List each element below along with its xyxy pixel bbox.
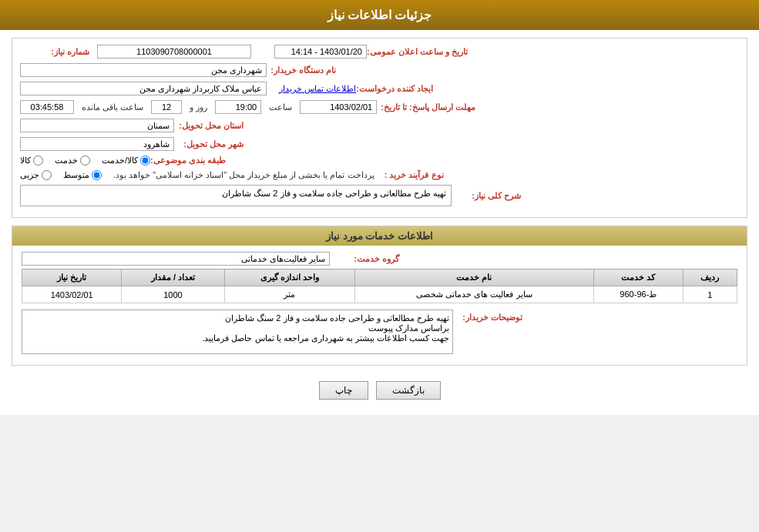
button-row: بازگشت چاپ — [12, 373, 747, 407]
announce-date-input[interactable] — [274, 45, 367, 59]
page-wrapper: جزئیات اطلاعات نیاز تاریخ و ساعت اعلان ع… — [0, 0, 759, 415]
city-label: شهر محل تحویل: — [174, 139, 243, 149]
radio-islami: پرداخت تمام یا بخشی از مبلغ خریداز محل "… — [113, 170, 374, 180]
deadline-time-label: ساعت — [269, 102, 292, 112]
col-header-code: کد خدمت — [593, 269, 683, 286]
form-grid: تاریخ و ساعت اعلان عمومی: شماره نیاز: نا… — [12, 38, 747, 217]
services-inner: گروه خدمت: ردیف کد خدمت نام خدمت واحد ان… — [12, 246, 747, 365]
cell-quantity: 1000 — [122, 286, 224, 303]
cell-service-code: ط-96-960 — [593, 286, 683, 303]
cell-unit: متر — [224, 286, 354, 303]
city-input[interactable] — [20, 137, 174, 151]
category-radio-group: کالا/خدمت خدمت کالا — [20, 156, 150, 166]
deadline-remain-label: ساعت باقی مانده — [82, 102, 143, 112]
buyer-notes-label: توضیحات خریدار: — [453, 313, 522, 323]
requester-label: ایجاد کننده درخواست: — [356, 84, 433, 94]
requester-row: ایجاد کننده درخواست: اطلاعات تماس خریدار — [20, 82, 739, 95]
city-row: شهر محل تحویل: — [20, 137, 739, 151]
description-value: تهیه طرح مطالعاتی و طراحی جاده سلامت و ف… — [20, 185, 452, 206]
buyer-org-input[interactable] — [20, 63, 267, 77]
col-header-row: ردیف — [683, 269, 737, 286]
services-table: ردیف کد خدمت نام خدمت واحد اندازه گیری ت… — [22, 269, 737, 303]
province-input[interactable] — [20, 119, 174, 132]
order-announce-row: تاریخ و ساعت اعلان عمومی: شماره نیاز: — [20, 45, 739, 59]
deadline-day-label: روز و — [190, 102, 207, 112]
notes-row: توضیحات خریدار: تهیه طرح مطالعاتی و طراح… — [22, 309, 737, 354]
col-header-unit: واحد اندازه گیری — [224, 269, 354, 286]
radio-kala[interactable]: کالا — [20, 156, 43, 166]
buyer-org-row: نام دستگاه خریدار: — [20, 63, 739, 77]
services-section-title: اطلاعات خدمات مورد نیاز — [12, 226, 747, 246]
order-number-label: شماره نیاز: — [20, 47, 89, 57]
process-label: نوع فرآیند خرید : — [374, 170, 444, 180]
col-header-name: نام خدمت — [354, 269, 593, 286]
category-row: طبقه بندی موضوعی: کالا/خدمت خدمت کالا — [20, 156, 739, 166]
process-radio-group: پرداخت تمام یا بخشی از مبلغ خریداز محل "… — [20, 170, 374, 180]
service-group-input[interactable] — [22, 252, 330, 266]
deadline-row: مهلت ارسال پاسخ: تا تاریخ: ساعت روز و سا… — [20, 100, 739, 114]
province-label: استان محل تحویل: — [174, 121, 243, 131]
main-content: تاریخ و ساعت اعلان عمومی: شماره نیاز: نا… — [0, 30, 759, 415]
deadline-time-input[interactable] — [215, 100, 261, 114]
process-row: نوع فرآیند خرید : پرداخت تمام یا بخشی از… — [20, 170, 739, 180]
table-row: 1 ط-96-960 سایر فعالیت های خدماتی شخصی م… — [22, 286, 737, 303]
deadline-days-input[interactable] — [151, 100, 182, 114]
service-group-label: گروه خدمت: — [330, 254, 399, 264]
col-header-qty: تعداد / مقدار — [122, 269, 224, 286]
cell-service-name: سایر فعالیت های خدماتی شخصی — [354, 286, 593, 303]
radio-motavasset[interactable]: متوسط — [63, 170, 102, 180]
back-button[interactable]: بازگشت — [376, 381, 441, 400]
radio-khedmat[interactable]: خدمت — [55, 156, 90, 166]
buyer-notes-textarea[interactable]: تهیه طرح مطالعاتی و طراحی جاده سلامت و ف… — [22, 309, 453, 354]
page-title: جزئیات اطلاعات نیاز — [327, 8, 432, 22]
deadline-remain-input[interactable] — [20, 100, 74, 114]
order-number-input[interactable] — [97, 45, 251, 59]
deadline-date-input[interactable] — [300, 100, 377, 114]
cell-date: 1403/02/01 — [22, 286, 122, 303]
form-section: تاریخ و ساعت اعلان عمومی: شماره نیاز: نا… — [12, 38, 747, 218]
page-header: جزئیات اطلاعات نیاز — [0, 0, 759, 30]
print-button[interactable]: چاپ — [319, 381, 368, 400]
description-label: شرح کلی نیاز: — [452, 191, 521, 201]
deadline-label: مهلت ارسال پاسخ: تا تاریخ: — [381, 102, 475, 112]
radio-jozvi[interactable]: جزیی — [20, 170, 52, 180]
category-label: طبقه بندی موضوعی: — [150, 156, 226, 166]
requester-input[interactable] — [20, 82, 267, 95]
cell-row-num: 1 — [683, 286, 737, 303]
buyer-org-label: نام دستگاه خریدار: — [267, 65, 336, 75]
service-group-row: گروه خدمت: — [22, 252, 737, 266]
description-row: شرح کلی نیاز: تهیه طرح مطالعاتی و طراحی … — [20, 185, 739, 206]
radio-kala-khedmat[interactable]: کالا/خدمت — [102, 156, 150, 166]
col-header-date: تاریخ نیاز — [22, 269, 122, 286]
contact-link[interactable]: اطلاعات تماس خریدار — [279, 84, 356, 94]
announce-date-label: تاریخ و ساعت اعلان عمومی: — [367, 47, 468, 57]
services-section: اطلاعات خدمات مورد نیاز گروه خدمت: ردیف … — [12, 226, 747, 366]
province-row: استان محل تحویل: — [20, 119, 739, 132]
